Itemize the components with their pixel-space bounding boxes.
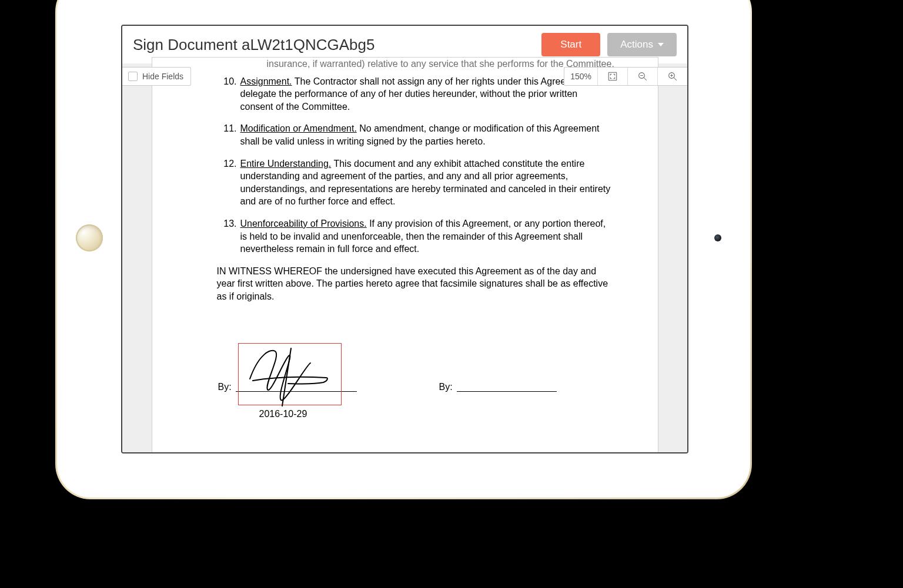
clause-10: 10. Assignment. The Contractor shall not… bbox=[217, 75, 611, 113]
clause-number: 13. bbox=[217, 217, 240, 256]
zoom-toolbar: 150% bbox=[564, 67, 687, 86]
by-label-1: By: bbox=[218, 382, 232, 392]
document-page[interactable]: insurance, if warranted) relative to any… bbox=[152, 58, 658, 453]
zoom-out-button[interactable] bbox=[628, 68, 658, 85]
hide-fields-label: Hide Fields bbox=[142, 72, 183, 81]
clause-body: Modification or Amendment. No amendment,… bbox=[240, 122, 611, 147]
clause-title: Unenforceability of Provisions. bbox=[240, 219, 367, 229]
clause-12: 12. Entire Understanding. This document … bbox=[217, 157, 611, 208]
zoom-level-display[interactable]: 150% bbox=[564, 68, 598, 85]
clause-13: 13. Unenforceability of Provisions. If a… bbox=[217, 217, 611, 256]
svg-rect-0 bbox=[608, 72, 617, 80]
actions-button-label: Actions bbox=[620, 39, 653, 51]
document-viewer: insurance, if warranted) relative to any… bbox=[122, 63, 687, 452]
clause-number: 10. bbox=[217, 75, 240, 113]
clause-title: Modification or Amendment. bbox=[240, 123, 357, 133]
document-content: insurance, if warranted) relative to any… bbox=[217, 58, 611, 313]
clause-body: Entire Understanding. This document and … bbox=[240, 157, 611, 208]
clause-title: Entire Understanding. bbox=[240, 159, 332, 169]
tablet-frame: Sign Document aLW2t1QNCGAbg5 Start Actio… bbox=[55, 0, 752, 499]
fit-screen-button[interactable] bbox=[598, 68, 628, 85]
signature-date: 2016-10-29 bbox=[259, 409, 307, 419]
zoom-in-icon bbox=[667, 71, 678, 82]
clause-body: Unenforceability of Provisions. If any p… bbox=[240, 217, 611, 256]
start-button[interactable]: Start bbox=[541, 33, 600, 56]
signature-field[interactable] bbox=[238, 343, 342, 405]
svg-line-2 bbox=[644, 78, 647, 80]
zoom-out-icon bbox=[637, 71, 648, 82]
chevron-down-icon bbox=[658, 43, 664, 46]
witness-paragraph: IN WITNESS WHEREOF the undersigned have … bbox=[217, 265, 611, 303]
fullscreen-icon bbox=[607, 71, 618, 82]
signature-icon bbox=[235, 337, 347, 413]
clause-body: Assignment. The Contractor shall not ass… bbox=[240, 75, 611, 113]
home-button[interactable] bbox=[76, 224, 103, 251]
clause-text: The Contractor shall not assign any of h… bbox=[240, 76, 600, 112]
clause-11: 11. Modification or Amendment. No amendm… bbox=[217, 122, 611, 147]
start-button-label: Start bbox=[560, 39, 581, 51]
svg-line-5 bbox=[674, 78, 677, 80]
clause-number: 11. bbox=[217, 122, 240, 147]
signature-line-2[interactable] bbox=[457, 391, 557, 392]
partial-line: insurance, if warranted) relative to any… bbox=[267, 58, 611, 70]
page-title: Sign Document aLW2t1QNCGAbg5 bbox=[133, 36, 534, 54]
front-camera bbox=[714, 234, 721, 241]
actions-dropdown-button[interactable]: Actions bbox=[607, 33, 677, 56]
zoom-in-button[interactable] bbox=[658, 68, 687, 85]
clause-list: 10. Assignment. The Contractor shall not… bbox=[217, 75, 611, 256]
hide-fields-toggle[interactable]: Hide Fields bbox=[122, 67, 191, 86]
clause-number: 12. bbox=[217, 157, 240, 208]
app-screen: Sign Document aLW2t1QNCGAbg5 Start Actio… bbox=[121, 25, 688, 453]
by-label-2: By: bbox=[439, 382, 453, 392]
clause-title: Assignment. bbox=[240, 76, 292, 86]
checkbox-icon bbox=[128, 72, 138, 81]
